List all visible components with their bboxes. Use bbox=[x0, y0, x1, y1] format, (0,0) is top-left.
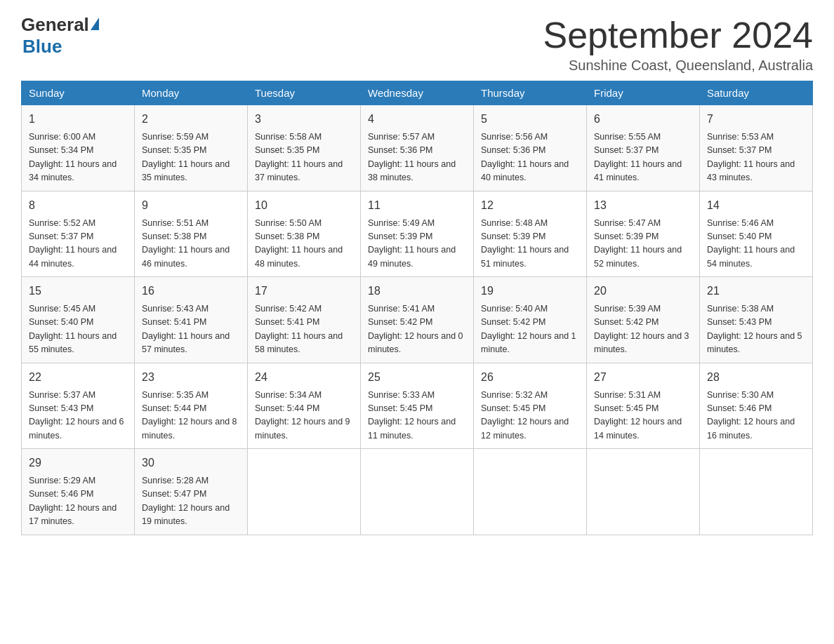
day-header-saturday: Saturday bbox=[700, 81, 813, 105]
day-info: Sunrise: 5:28 AMSunset: 5:47 PMDaylight:… bbox=[142, 474, 240, 529]
day-info: Sunrise: 5:33 AMSunset: 5:45 PMDaylight:… bbox=[368, 389, 466, 443]
day-info: Sunrise: 5:56 AMSunset: 5:36 PMDaylight:… bbox=[481, 130, 579, 185]
day-number: 7 bbox=[707, 111, 805, 128]
calendar-cell: 11Sunrise: 5:49 AMSunset: 5:39 PMDayligh… bbox=[361, 191, 474, 277]
day-number: 16 bbox=[142, 283, 240, 300]
day-info: Sunrise: 5:47 AMSunset: 5:39 PMDaylight:… bbox=[594, 217, 692, 271]
calendar-table: SundayMondayTuesdayWednesdayThursdayFrid… bbox=[21, 81, 813, 535]
day-header-monday: Monday bbox=[135, 81, 248, 105]
day-number: 17 bbox=[255, 283, 353, 300]
day-info: Sunrise: 5:51 AMSunset: 5:38 PMDaylight:… bbox=[142, 217, 240, 271]
day-info: Sunrise: 5:49 AMSunset: 5:39 PMDaylight:… bbox=[368, 217, 466, 271]
calendar-cell: 8Sunrise: 5:52 AMSunset: 5:37 PMDaylight… bbox=[22, 191, 135, 277]
day-number: 11 bbox=[368, 197, 466, 214]
calendar-cell: 2Sunrise: 5:59 AMSunset: 5:35 PMDaylight… bbox=[135, 105, 248, 192]
calendar-cell: 29Sunrise: 5:29 AMSunset: 5:46 PMDayligh… bbox=[22, 449, 135, 535]
logo-text-general: General bbox=[21, 14, 89, 36]
calendar-cell: 1Sunrise: 6:00 AMSunset: 5:34 PMDaylight… bbox=[22, 105, 135, 192]
calendar-cell: 22Sunrise: 5:37 AMSunset: 5:43 PMDayligh… bbox=[22, 363, 135, 449]
day-number: 9 bbox=[142, 197, 240, 214]
day-number: 19 bbox=[481, 283, 579, 300]
calendar-week-row: 8Sunrise: 5:52 AMSunset: 5:37 PMDaylight… bbox=[22, 191, 813, 277]
day-number: 26 bbox=[481, 369, 579, 386]
calendar-cell: 5Sunrise: 5:56 AMSunset: 5:36 PMDaylight… bbox=[474, 105, 587, 192]
day-number: 18 bbox=[368, 283, 466, 300]
day-info: Sunrise: 5:40 AMSunset: 5:42 PMDaylight:… bbox=[481, 302, 579, 357]
day-header-thursday: Thursday bbox=[474, 81, 587, 105]
calendar-cell: 10Sunrise: 5:50 AMSunset: 5:38 PMDayligh… bbox=[248, 191, 361, 277]
calendar-cell: 18Sunrise: 5:41 AMSunset: 5:42 PMDayligh… bbox=[361, 277, 474, 363]
calendar-cell: 3Sunrise: 5:58 AMSunset: 5:35 PMDaylight… bbox=[248, 105, 361, 192]
calendar-cell: 21Sunrise: 5:38 AMSunset: 5:43 PMDayligh… bbox=[700, 277, 813, 363]
day-number: 5 bbox=[481, 111, 579, 128]
calendar-cell bbox=[474, 449, 587, 535]
calendar-cell: 26Sunrise: 5:32 AMSunset: 5:45 PMDayligh… bbox=[474, 363, 587, 449]
day-info: Sunrise: 5:50 AMSunset: 5:38 PMDaylight:… bbox=[255, 217, 353, 271]
day-info: Sunrise: 5:52 AMSunset: 5:37 PMDaylight:… bbox=[29, 217, 127, 271]
day-info: Sunrise: 5:39 AMSunset: 5:42 PMDaylight:… bbox=[594, 302, 692, 357]
calendar-cell: 20Sunrise: 5:39 AMSunset: 5:42 PMDayligh… bbox=[587, 277, 700, 363]
day-number: 3 bbox=[255, 111, 353, 128]
day-number: 25 bbox=[368, 369, 466, 386]
calendar-cell: 7Sunrise: 5:53 AMSunset: 5:37 PMDaylight… bbox=[700, 105, 813, 192]
logo: General Blue bbox=[21, 14, 99, 58]
day-number: 29 bbox=[29, 455, 127, 471]
calendar-week-row: 1Sunrise: 6:00 AMSunset: 5:34 PMDaylight… bbox=[22, 105, 813, 192]
day-info: Sunrise: 5:32 AMSunset: 5:45 PMDaylight:… bbox=[481, 389, 579, 443]
location-subtitle: Sunshine Coast, Queensland, Australia bbox=[543, 58, 814, 74]
day-number: 15 bbox=[29, 283, 127, 300]
day-header-wednesday: Wednesday bbox=[361, 81, 474, 105]
calendar-cell: 4Sunrise: 5:57 AMSunset: 5:36 PMDaylight… bbox=[361, 105, 474, 192]
calendar-cell: 13Sunrise: 5:47 AMSunset: 5:39 PMDayligh… bbox=[587, 191, 700, 277]
calendar-cell: 30Sunrise: 5:28 AMSunset: 5:47 PMDayligh… bbox=[135, 449, 248, 535]
calendar-header-row: SundayMondayTuesdayWednesdayThursdayFrid… bbox=[22, 81, 813, 105]
day-number: 24 bbox=[255, 369, 353, 386]
day-info: Sunrise: 5:34 AMSunset: 5:44 PMDaylight:… bbox=[255, 389, 353, 443]
day-number: 10 bbox=[255, 197, 353, 214]
calendar-cell: 17Sunrise: 5:42 AMSunset: 5:41 PMDayligh… bbox=[248, 277, 361, 363]
day-info: Sunrise: 5:41 AMSunset: 5:42 PMDaylight:… bbox=[368, 302, 466, 357]
day-number: 13 bbox=[594, 197, 692, 214]
calendar-cell: 24Sunrise: 5:34 AMSunset: 5:44 PMDayligh… bbox=[248, 363, 361, 449]
day-header-sunday: Sunday bbox=[22, 81, 135, 105]
calendar-cell: 9Sunrise: 5:51 AMSunset: 5:38 PMDaylight… bbox=[135, 191, 248, 277]
day-number: 23 bbox=[142, 369, 240, 386]
day-number: 12 bbox=[481, 197, 579, 214]
day-number: 22 bbox=[29, 369, 127, 386]
day-info: Sunrise: 5:31 AMSunset: 5:45 PMDaylight:… bbox=[594, 389, 692, 443]
calendar-cell: 27Sunrise: 5:31 AMSunset: 5:45 PMDayligh… bbox=[587, 363, 700, 449]
day-info: Sunrise: 5:37 AMSunset: 5:43 PMDaylight:… bbox=[29, 389, 127, 443]
day-number: 20 bbox=[594, 283, 692, 300]
calendar-cell bbox=[700, 449, 813, 535]
calendar-cell: 23Sunrise: 5:35 AMSunset: 5:44 PMDayligh… bbox=[135, 363, 248, 449]
month-title: September 2024 bbox=[543, 14, 814, 56]
day-number: 21 bbox=[707, 283, 805, 300]
day-info: Sunrise: 5:45 AMSunset: 5:40 PMDaylight:… bbox=[29, 302, 127, 357]
calendar-cell: 12Sunrise: 5:48 AMSunset: 5:39 PMDayligh… bbox=[474, 191, 587, 277]
day-info: Sunrise: 5:42 AMSunset: 5:41 PMDaylight:… bbox=[255, 302, 353, 357]
calendar-cell: 14Sunrise: 5:46 AMSunset: 5:40 PMDayligh… bbox=[700, 191, 813, 277]
calendar-cell: 15Sunrise: 5:45 AMSunset: 5:40 PMDayligh… bbox=[22, 277, 135, 363]
day-info: Sunrise: 5:53 AMSunset: 5:37 PMDaylight:… bbox=[707, 130, 805, 185]
day-number: 30 bbox=[142, 455, 240, 471]
day-number: 27 bbox=[594, 369, 692, 386]
day-info: Sunrise: 5:38 AMSunset: 5:43 PMDaylight:… bbox=[707, 302, 805, 357]
calendar-cell bbox=[361, 449, 474, 535]
title-area: September 2024 Sunshine Coast, Queenslan… bbox=[543, 14, 814, 74]
day-header-tuesday: Tuesday bbox=[248, 81, 361, 105]
day-number: 4 bbox=[368, 111, 466, 128]
day-info: Sunrise: 5:29 AMSunset: 5:46 PMDaylight:… bbox=[29, 474, 127, 529]
logo-text-blue: Blue bbox=[22, 36, 62, 57]
day-info: Sunrise: 5:46 AMSunset: 5:40 PMDaylight:… bbox=[707, 217, 805, 271]
day-info: Sunrise: 5:48 AMSunset: 5:39 PMDaylight:… bbox=[481, 217, 579, 271]
calendar-cell: 25Sunrise: 5:33 AMSunset: 5:45 PMDayligh… bbox=[361, 363, 474, 449]
day-info: Sunrise: 5:30 AMSunset: 5:46 PMDaylight:… bbox=[707, 389, 805, 443]
calendar-cell bbox=[587, 449, 700, 535]
day-info: Sunrise: 5:35 AMSunset: 5:44 PMDaylight:… bbox=[142, 389, 240, 443]
page-header: General Blue September 2024 Sunshine Coa… bbox=[21, 14, 813, 74]
day-info: Sunrise: 6:00 AMSunset: 5:34 PMDaylight:… bbox=[29, 130, 127, 185]
day-info: Sunrise: 5:57 AMSunset: 5:36 PMDaylight:… bbox=[368, 130, 466, 185]
calendar-cell: 28Sunrise: 5:30 AMSunset: 5:46 PMDayligh… bbox=[700, 363, 813, 449]
day-number: 6 bbox=[594, 111, 692, 128]
day-number: 28 bbox=[707, 369, 805, 386]
